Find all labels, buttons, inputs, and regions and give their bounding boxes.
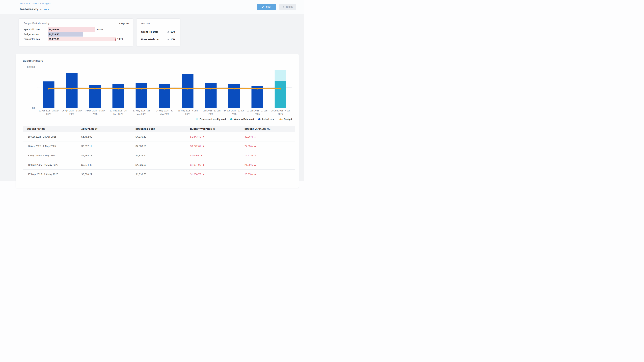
trash-icon: [282, 6, 284, 8]
variance-up-icon: [254, 155, 256, 156]
cell-variance-usd: $1,643.49: [190, 135, 244, 138]
x-axis-label: 7 Jun 2025 - 13 Jun 2025: [199, 108, 222, 116]
actual-cost-bar[interactable]: [205, 83, 217, 108]
budget-line-point: [140, 88, 142, 89]
actual-cost-bar[interactable]: [182, 74, 194, 108]
forecasted-weekly-cost-bar[interactable]: [274, 70, 286, 81]
actual-cost-bar[interactable]: [252, 86, 263, 108]
chart-slot: [130, 67, 153, 108]
legend-item-week-to-date-cost[interactable]: Week to Date cost: [230, 118, 254, 120]
x-axis-label: 31 May 2025 - 6 Jun 2025: [176, 108, 199, 116]
chart-slot: [83, 67, 106, 108]
variance-up-icon: [254, 145, 256, 147]
cell-actual-cost: $6,482.99: [81, 135, 136, 138]
x-axis-label: 21 Jun 2025 - 27 Jun 2025: [246, 108, 269, 116]
legend-dot-icon: [196, 118, 198, 120]
breadcrumb-separator-icon: ›: [40, 2, 41, 5]
table-row: 19 Apr 2025 - 25 Apr 2025$6,482.99$4,839…: [23, 132, 295, 141]
actual-cost-bar[interactable]: [159, 84, 170, 108]
cell-budget-period: 3 May 2025 - 9 May 2025: [23, 154, 81, 157]
breadcrumb-account-link[interactable]: Account: CCM-NG: [20, 2, 38, 5]
budget-period-card-title: Budget Period - weekly: [24, 22, 50, 25]
budget-line-point: [71, 88, 72, 89]
budget-line-point: [94, 88, 96, 89]
legend-line-icon: [279, 119, 282, 119]
edit-button[interactable]: Edit: [257, 4, 276, 10]
variance-up-icon: [202, 136, 204, 137]
bell-icon: [167, 38, 170, 40]
col-budget-period: BUDGET PERIOD: [23, 128, 81, 130]
budget-row-value: $6,499.67: [48, 28, 59, 31]
summary-cards-row: Budget Period - weekly 3 days left Spend…: [19, 18, 180, 46]
legend-label: Week to Date cost: [234, 118, 254, 120]
budget-period-row: Forecasted cost$9,277.09192%: [24, 37, 129, 41]
chart-slot: [176, 67, 199, 108]
pencil-icon: [262, 6, 264, 8]
cell-variance-usd: $1,034.95: [190, 164, 244, 166]
cell-budgeted-cost: $4,839.50: [136, 135, 190, 138]
budget-row-bar: $9,277.09: [48, 37, 116, 41]
x-axis-label: 24 May 2025 - 30 May 2025: [153, 108, 176, 116]
x-axis-label: 19 Apr 2025 - 25 Apr 2025: [37, 108, 60, 116]
legend-item-forecasted-weekly-cost[interactable]: Forecasted weekly cost: [196, 118, 226, 120]
col-budget-variance-pct: BUDGET VARIANCE (%): [244, 128, 295, 130]
delete-button[interactable]: Delete: [280, 4, 296, 10]
chart-slot: [222, 67, 246, 108]
alert-row: Forecasted cost15%: [141, 35, 175, 43]
cell-variance-pct: 25.85%: [244, 173, 295, 176]
alert-label: Forecasted cost: [141, 38, 167, 41]
cloud-provider-label: AWS: [44, 8, 49, 11]
cell-budgeted-cost: $4,839.50: [136, 154, 190, 157]
actual-cost-bar[interactable]: [43, 81, 54, 108]
chart-slot: [153, 67, 176, 108]
budget-history-table: BUDGET PERIOD ACTUAL COST BUDGETED COST …: [23, 126, 295, 179]
variance-up-icon: [202, 164, 204, 166]
cell-budget-period: 10 May 2025 - 16 May 2025: [23, 164, 81, 166]
budget-period-rows: Spend Till Date$6,499.67134%Budget amoun…: [24, 27, 129, 41]
page-title-row: test-weekly on AWS: [20, 7, 49, 11]
cell-variance-usd: $748.68: [190, 154, 244, 157]
alert-label: Spend Till Date: [141, 30, 167, 33]
budget-history-chart: $ 10000 $ 0: [23, 67, 292, 108]
app-window: Account: CCM-NG›Budgets test-weekly on A…: [0, 0, 304, 181]
col-actual-cost: ACTUAL COST: [81, 128, 136, 130]
chart-slot: [107, 67, 130, 108]
x-axis-label: 28 Jun 2025 - 4 Jul 2025: [269, 108, 292, 116]
budget-history-title: Budget History: [23, 59, 292, 62]
cell-budget-period: 19 Apr 2025 - 25 Apr 2025: [23, 135, 81, 138]
x-axis-label: 26 Apr 2025 - 2 May 2025: [60, 108, 83, 116]
bell-icon: [167, 31, 170, 33]
breadcrumb-budgets-link[interactable]: Budgets: [42, 2, 51, 5]
week-to-date-cost-bar[interactable]: [274, 81, 286, 108]
table-header-row: BUDGET PERIOD ACTUAL COST BUDGETED COST …: [23, 126, 295, 132]
page-header: Account: CCM-NG›Budgets test-weekly on A…: [0, 0, 304, 14]
days-left-label: 3 days left: [118, 22, 129, 25]
actual-cost-bar[interactable]: [136, 83, 147, 108]
header-actions: Edit Delete: [257, 4, 296, 10]
cell-variance-usd: $1,250.77: [190, 173, 244, 176]
budget-line-point: [210, 88, 212, 89]
legend-dot-icon: [230, 118, 232, 120]
budget-row-percent: 134%: [97, 28, 103, 31]
chart-y-axis: $ 10000 $ 0: [23, 67, 37, 108]
budget-row-label: Spend Till Date: [24, 28, 48, 31]
budget-row-label: Budget amount: [24, 33, 48, 36]
variance-up-icon: [200, 155, 202, 156]
cell-actual-cost: $5,588.18: [81, 154, 136, 157]
variance-up-icon: [202, 145, 204, 147]
chart-slot: [60, 67, 83, 108]
chart-plot: [37, 67, 292, 108]
legend-item-budget[interactable]: Budget: [279, 118, 292, 120]
budget-line-point: [164, 88, 165, 89]
cell-actual-cost: $5,874.45: [81, 164, 136, 166]
x-axis-label: 10 May 2025 - 16 May 2025: [107, 108, 130, 116]
budget-period-row: Budget amount$4,839.50: [24, 32, 129, 37]
chart-slot: [37, 67, 60, 108]
alert-row: Spend Till Date10%: [141, 28, 175, 35]
legend-item-actual-cost[interactable]: Actual cost: [258, 118, 274, 120]
budget-history-card: Budget History $ 10000 $ 0 19 Apr 2025 -…: [16, 54, 299, 181]
page-title: test-weekly: [20, 7, 38, 11]
budget-line-point: [187, 88, 188, 89]
budget-line-point: [280, 88, 281, 89]
actual-cost-bar[interactable]: [66, 73, 78, 108]
